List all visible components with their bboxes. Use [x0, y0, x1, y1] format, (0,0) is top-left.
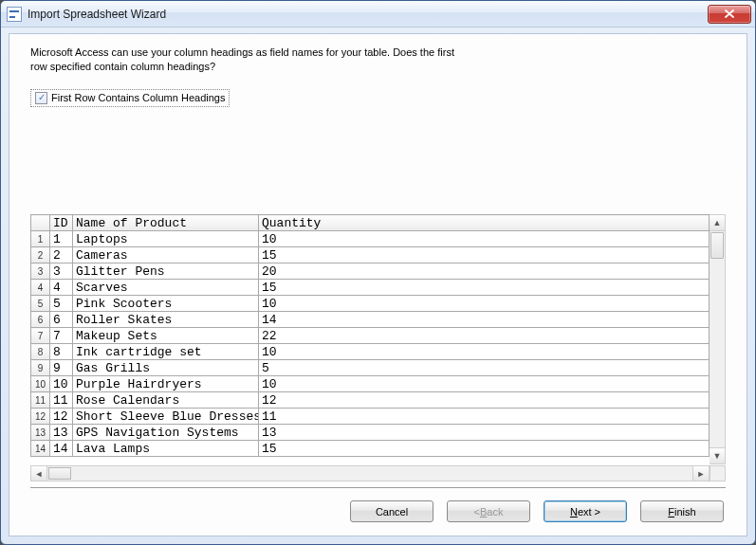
cell-id: 11 [50, 392, 73, 409]
table-row[interactable]: 1111Rose Calendars12 [31, 392, 710, 409]
cell-id: 14 [50, 441, 73, 457]
close-button[interactable] [708, 5, 751, 24]
scroll-up-button[interactable]: ▲ [710, 215, 725, 231]
table-row[interactable]: 1212Short Sleeve Blue Dresses11 [31, 409, 710, 425]
row-number: 8 [31, 344, 50, 360]
cell-id: 7 [50, 328, 73, 344]
cell-id: 6 [50, 312, 73, 328]
row-number: 3 [31, 263, 50, 280]
checkbox-label: First Row Contains Column Headings [51, 92, 225, 103]
cell-qty: 15 [259, 280, 710, 296]
cell-id: 9 [50, 360, 73, 376]
row-number: 13 [31, 425, 50, 441]
cell-id: 12 [50, 409, 73, 425]
cell-qty: 11 [259, 409, 710, 425]
titlebar: Import Spreadsheet Wizard [1, 1, 755, 27]
scroll-left-button[interactable]: ◄ [31, 466, 47, 481]
rownum-header [31, 215, 50, 231]
cell-name: Laptops [73, 231, 259, 247]
row-number: 7 [31, 328, 50, 344]
scroll-down-button[interactable]: ▼ [710, 447, 725, 463]
instruction-line1: Microsoft Access can use your column hea… [30, 46, 454, 58]
cell-name: Glitter Pens [73, 263, 259, 280]
row-number: 1 [31, 231, 50, 247]
first-row-headings-checkbox[interactable]: ✓ First Row Contains Column Headings [30, 89, 230, 107]
preview-table: ID Name of Product Quantity 11Laptops102… [30, 214, 710, 457]
cell-qty: 22 [259, 328, 710, 344]
cell-name: Short Sleeve Blue Dresses [73, 409, 259, 425]
wizard-buttons: Cancel < Back Next > Finish [350, 500, 724, 522]
cell-name: Scarves [73, 280, 259, 296]
table-row[interactable]: 33Glitter Pens20 [31, 263, 710, 280]
vertical-scrollbar[interactable]: ▲ ▼ [710, 214, 726, 464]
cell-qty: 14 [259, 312, 710, 328]
table-row[interactable]: 77Makeup Sets22 [31, 328, 710, 344]
col-header-name[interactable]: Name of Product [73, 215, 259, 231]
cell-id: 5 [50, 296, 73, 312]
cell-id: 4 [50, 280, 73, 296]
header-row: ID Name of Product Quantity [31, 215, 710, 231]
scroll-thumb-vertical[interactable] [710, 232, 724, 259]
row-number: 10 [31, 376, 50, 392]
cell-id: 8 [50, 344, 73, 360]
cell-qty: 10 [259, 376, 710, 392]
cell-name: Roller Skates [73, 312, 259, 328]
cell-qty: 15 [259, 441, 710, 457]
cell-name: Rose Calendars [73, 392, 259, 409]
instruction-line2: row specified contain column headings? [30, 61, 215, 72]
client-area: Microsoft Access can use your column hea… [9, 33, 747, 536]
table-row[interactable]: 44Scarves15 [31, 280, 710, 296]
table-row[interactable]: 1313GPS Navigation Systems13 [31, 425, 710, 441]
table-row[interactable]: 1414Lava Lamps15 [31, 441, 710, 457]
cell-qty: 20 [259, 263, 710, 280]
table-row[interactable]: 55Pink Scooters10 [31, 296, 710, 312]
cell-qty: 12 [259, 392, 710, 409]
scroll-thumb-horizontal[interactable] [48, 467, 71, 480]
checkbox-box: ✓ [35, 92, 47, 104]
cell-name: Pink Scooters [73, 296, 259, 312]
cell-id: 13 [50, 425, 73, 441]
finish-button[interactable]: Finish [640, 500, 724, 522]
table-row[interactable]: 99Gas Grills5 [31, 360, 710, 376]
next-button[interactable]: Next > [544, 500, 627, 522]
cell-id: 2 [50, 247, 73, 263]
table-row[interactable]: 22Cameras15 [31, 247, 710, 263]
horizontal-scrollbar[interactable]: ◄ ► [30, 465, 710, 481]
row-number: 9 [31, 360, 50, 376]
cell-qty: 10 [259, 296, 710, 312]
scroll-corner [710, 465, 726, 481]
cell-id: 1 [50, 231, 73, 247]
close-icon [725, 9, 734, 18]
cell-qty: 13 [259, 425, 710, 441]
cell-qty: 15 [259, 247, 710, 263]
back-button[interactable]: < Back [447, 500, 530, 522]
table-row[interactable]: 66Roller Skates14 [31, 312, 710, 328]
cell-name: Cameras [73, 247, 259, 263]
row-number: 2 [31, 247, 50, 263]
table-row[interactable]: 11Laptops10 [31, 231, 710, 247]
col-header-id[interactable]: ID [50, 215, 73, 231]
cell-qty: 10 [259, 231, 710, 247]
button-separator [30, 487, 726, 489]
cancel-button[interactable]: Cancel [350, 500, 433, 522]
wizard-window: Import Spreadsheet Wizard Microsoft Acce… [0, 0, 756, 545]
row-number: 6 [31, 312, 50, 328]
table-row[interactable]: 88Ink cartridge set10 [31, 344, 710, 360]
cell-name: Gas Grills [73, 360, 259, 376]
row-number: 12 [31, 409, 50, 425]
cell-name: Ink cartridge set [73, 344, 259, 360]
cell-id: 3 [50, 263, 73, 280]
row-number: 14 [31, 441, 50, 457]
instruction-text: Microsoft Access can use your column hea… [30, 45, 726, 74]
data-preview: ID Name of Product Quantity 11Laptops102… [30, 214, 726, 464]
cell-name: Lava Lamps [73, 441, 259, 457]
app-icon [7, 7, 22, 22]
col-header-qty[interactable]: Quantity [259, 215, 710, 231]
cell-id: 10 [50, 376, 73, 392]
scroll-right-button[interactable]: ► [692, 466, 709, 481]
cell-name: Purple Hairdryers [73, 376, 259, 392]
row-number: 5 [31, 296, 50, 312]
table-row[interactable]: 1010Purple Hairdryers10 [31, 376, 710, 392]
window-title: Import Spreadsheet Wizard [28, 8, 708, 21]
cell-name: Makeup Sets [73, 328, 259, 344]
